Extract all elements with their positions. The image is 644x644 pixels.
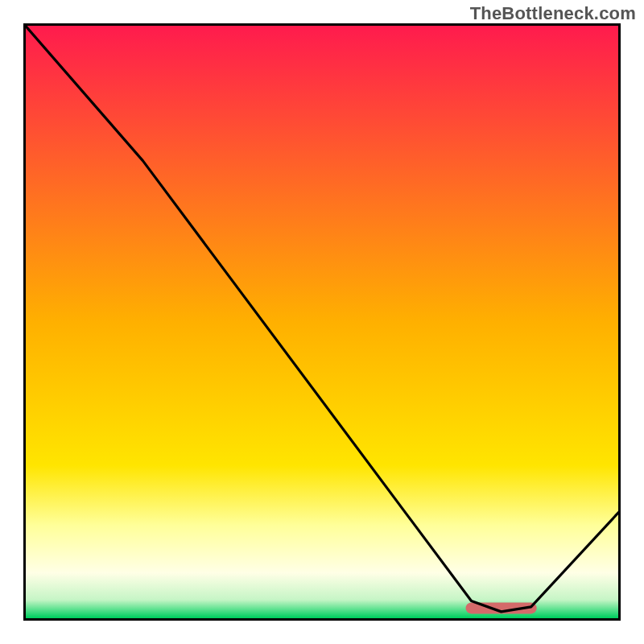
chart-stage: TheBottleneck.com (0, 0, 644, 644)
watermark-text: TheBottleneck.com (470, 3, 636, 24)
gradient-background (23, 23, 621, 621)
plot-area (23, 23, 621, 621)
chart-svg (23, 23, 621, 621)
